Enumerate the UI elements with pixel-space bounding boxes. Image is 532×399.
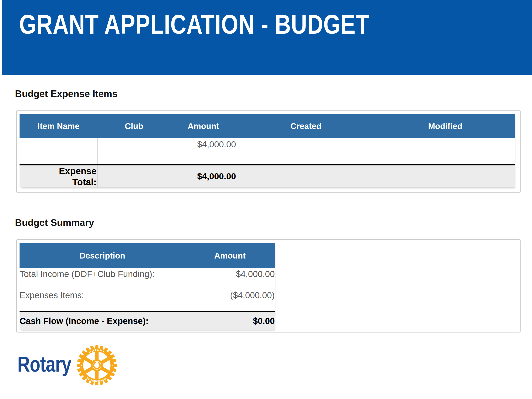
page-title: GRANT APPLICATION - BUDGET [19,11,369,38]
summary-table-panel: Description Amount Total Income (DDF+Clu… [16,239,520,332]
column-header-created: Created [236,114,376,138]
cash-flow-amount: $0.00 [185,311,275,330]
cell-amount: $4,000.00 [171,138,236,165]
page-banner: GRANT APPLICATION - BUDGET [2,0,532,75]
expense-total-label-cell: Expense Total: [19,165,97,187]
expense-table: Item Name Club Amount Created Modified $… [19,114,515,187]
summary-row-expenses: Expenses Items: ($4,000.00) [19,288,275,312]
cell-modified [376,138,515,165]
expense-total-label: Expense Total: [53,165,97,187]
expense-total-amount: $4,000.00 [171,165,236,187]
expense-total-empty-modified [376,165,515,187]
summary-cash-flow-row: Cash Flow (Income - Expense): $0.00 [19,311,275,330]
column-header-item-name: Item Name [19,114,97,138]
column-header-description: Description [19,243,185,268]
rotary-wordmark: Rotary [18,353,71,375]
expense-total-empty-club [97,165,171,187]
column-header-summary-amount: Amount [185,243,275,268]
expense-total-row: Expense Total: $4,000.00 [19,165,515,187]
cell-club [97,138,171,165]
expense-total-empty-created [236,165,376,187]
summary-table: Description Amount Total Income (DDF+Clu… [19,243,275,330]
column-header-club: Club [97,114,171,138]
expense-table-panel: Item Name Club Amount Created Modified $… [16,110,520,193]
cell-item-name [19,138,97,165]
column-header-amount: Amount [171,114,236,138]
column-header-modified: Modified [376,114,515,138]
summary-section-heading: Budget Summary [15,217,94,228]
summary-amount-expenses: ($4,000.00) [185,288,275,312]
grant-application-budget-page: GRANT APPLICATION - BUDGET Budget Expens… [0,0,532,399]
cash-flow-label: Cash Flow (Income - Expense): [19,311,185,330]
cell-created [236,138,376,165]
summary-row-total-income: Total Income (DDF+Club Funding): $4,000.… [19,268,275,288]
rotary-wheel-icon: ROTARY INTERNATIONAL [76,345,117,386]
summary-label-total-income: Total Income (DDF+Club Funding): [19,268,185,288]
summary-amount-total-income: $4,000.00 [185,268,275,288]
summary-label-expenses: Expenses Items: [19,288,185,312]
expense-table-header-row: Item Name Club Amount Created Modified [19,114,515,138]
expense-item-row: $4,000.00 [19,138,515,165]
expense-section-heading: Budget Expense Items [15,89,117,99]
summary-table-header-row: Description Amount [19,243,275,268]
